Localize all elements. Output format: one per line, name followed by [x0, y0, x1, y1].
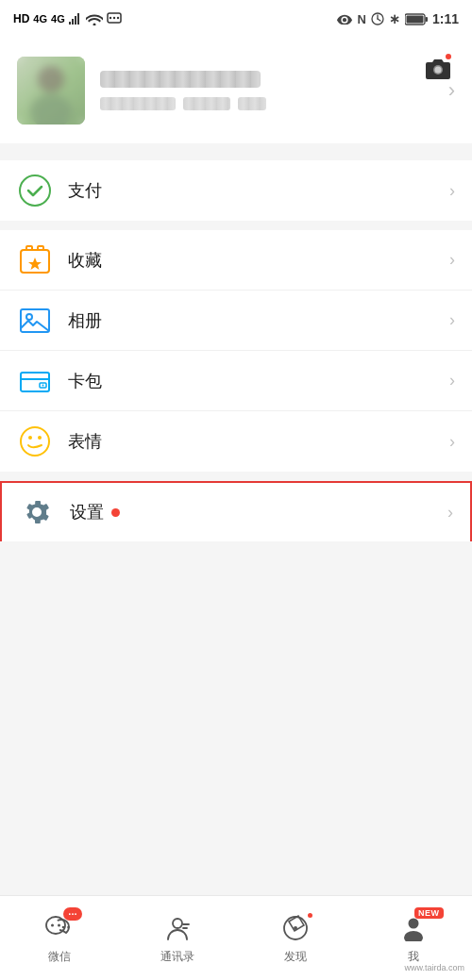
wallet-arrow: ›	[449, 371, 455, 390]
nav-item-discover[interactable]: 发现	[258, 911, 333, 965]
status-bar: HD 4G 4G	[0, 0, 472, 38]
svg-rect-13	[406, 15, 423, 23]
discover-dot	[306, 911, 314, 920]
status-left: HD 4G 4G	[13, 12, 122, 25]
menu-item-favorites[interactable]: 收藏 ›	[0, 230, 472, 291]
section-gap-1	[0, 151, 472, 160]
menu-item-settings[interactable]: 设置 ›	[0, 481, 472, 541]
nfc-icon: N	[358, 12, 366, 26]
svg-point-5	[110, 17, 111, 19]
svg-point-26	[28, 436, 32, 440]
emoji-label: 表情	[68, 430, 449, 453]
wifi-icon	[86, 13, 103, 25]
discover-label: 发现	[284, 949, 307, 965]
wechat-nav-icon-wrap: ···	[39, 911, 80, 945]
me-new-badge: NEW	[414, 907, 444, 919]
avatar-blur	[17, 57, 85, 125]
time-label: 1:11	[432, 11, 459, 26]
contacts-icon	[164, 915, 191, 941]
pay-arrow: ›	[449, 181, 455, 201]
svg-point-25	[21, 427, 49, 456]
menu-item-wallet[interactable]: 卡包 ›	[0, 351, 472, 411]
me-nav-icon-wrap: NEW	[393, 911, 434, 945]
svg-point-32	[67, 926, 70, 929]
profile-sub-bars	[100, 97, 433, 110]
clock-icon	[371, 12, 384, 25]
settings-dot	[111, 508, 120, 517]
nav-item-me[interactable]: NEW 我	[376, 911, 451, 965]
signal-icon	[69, 13, 82, 25]
svg-point-6	[113, 17, 115, 19]
svg-rect-2	[75, 16, 76, 25]
status-right: N ∗ 1:11	[336, 11, 459, 26]
me-icon	[400, 915, 427, 941]
svg-point-37	[294, 926, 297, 930]
svg-point-38	[408, 919, 418, 929]
svg-rect-12	[425, 17, 428, 22]
album-label: 相册	[68, 309, 449, 332]
battery-icon	[405, 13, 428, 25]
menu-section-1: 支付 ›	[0, 160, 472, 221]
menu-item-album[interactable]: 相册 ›	[0, 291, 472, 351]
svg-point-39	[404, 931, 423, 941]
wallet-label: 卡包	[68, 370, 449, 392]
nav-item-contacts[interactable]: 通讯录	[140, 911, 215, 965]
settings-icon	[19, 494, 55, 530]
contacts-label: 通讯录	[160, 949, 194, 965]
emoji-icon	[17, 424, 53, 459]
profile-sub-bar-3	[238, 97, 266, 110]
emoji-arrow: ›	[449, 432, 455, 452]
svg-point-29	[51, 924, 54, 927]
menu-section-3: 设置 ›	[0, 481, 472, 541]
bluetooth-icon: ∗	[389, 11, 400, 26]
profile-sub-bar-2	[183, 97, 230, 110]
contacts-nav-icon-wrap	[157, 911, 198, 945]
svg-point-33	[173, 919, 182, 928]
carrier-label: HD	[13, 12, 29, 25]
profile-sub-bar-1	[100, 97, 176, 110]
pay-icon	[17, 173, 53, 208]
album-arrow: ›	[449, 310, 455, 330]
bottom-spacer	[0, 541, 472, 636]
camera-button[interactable]	[421, 52, 455, 86]
network-label2: 4G	[51, 13, 65, 25]
section-gap-3	[0, 472, 472, 481]
discover-nav-icon-wrap	[275, 911, 316, 945]
svg-line-10	[378, 19, 380, 21]
discover-icon	[282, 915, 309, 941]
watermark: www.tairda.com	[404, 963, 464, 972]
camera-notification-dot	[444, 52, 453, 61]
profile-name-blur	[100, 71, 261, 88]
settings-arrow: ›	[447, 503, 453, 523]
profile-info	[100, 71, 433, 110]
message-icon	[107, 12, 122, 25]
settings-label: 设置	[70, 501, 447, 523]
wechat-label: 微信	[48, 949, 71, 965]
nav-item-wechat[interactable]: ··· 微信	[22, 911, 97, 965]
svg-point-18	[20, 175, 50, 206]
svg-point-7	[117, 17, 119, 19]
menu-item-emoji[interactable]: 表情 ›	[0, 411, 472, 472]
album-icon	[17, 303, 53, 339]
svg-point-27	[38, 436, 42, 440]
section-gap-2	[0, 221, 472, 230]
menu-item-pay[interactable]: 支付 ›	[0, 160, 472, 221]
favorites-arrow: ›	[449, 250, 455, 270]
profile-section[interactable]: ›	[0, 38, 472, 151]
bottom-nav: ··· 微信 通讯录 发现	[0, 895, 472, 980]
avatar	[17, 57, 85, 125]
svg-point-17	[435, 67, 442, 74]
svg-point-30	[58, 924, 60, 927]
favorites-label: 收藏	[68, 249, 449, 272]
favorites-icon	[17, 242, 53, 278]
menu-section-2: 收藏 › 相册 › 卡包 ›	[0, 230, 472, 472]
wechat-badge: ···	[63, 907, 81, 921]
svg-rect-22	[21, 373, 49, 391]
svg-rect-1	[72, 19, 74, 25]
eye-icon	[336, 13, 353, 25]
svg-rect-0	[69, 22, 71, 25]
svg-rect-3	[77, 13, 79, 25]
svg-point-31	[61, 926, 64, 929]
network-label: 4G	[33, 13, 47, 25]
svg-point-21	[26, 314, 32, 320]
